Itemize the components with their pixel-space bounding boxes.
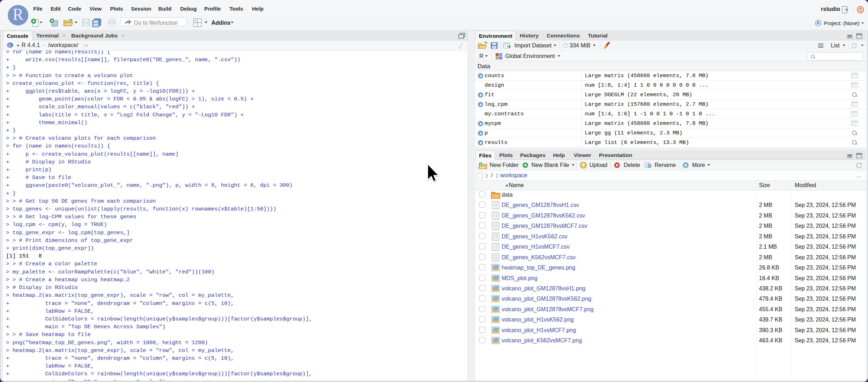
svg-text:R: R [817,21,819,24]
svg-text:R: R [8,43,12,48]
